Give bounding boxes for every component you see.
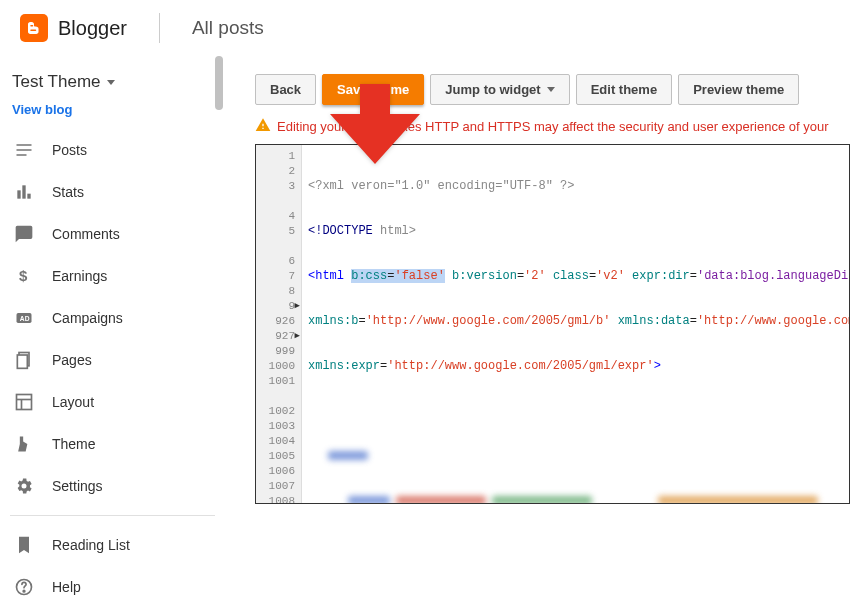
- sidebar-divider: [10, 515, 215, 516]
- svg-rect-0: [17, 190, 20, 198]
- header-separator: [159, 13, 160, 43]
- theme-icon: [12, 432, 36, 456]
- code-token: 'http://www.google.com/: [697, 314, 849, 328]
- sidebar-item-campaigns[interactable]: AD Campaigns: [0, 297, 225, 339]
- settings-icon: [12, 474, 36, 498]
- svg-rect-8: [17, 395, 32, 410]
- svg-text:AD: AD: [20, 315, 30, 322]
- code-token: <!DOCTYPE: [308, 224, 373, 238]
- code-token: xmlns:b: [308, 314, 358, 328]
- blogger-logo-icon: [20, 14, 48, 42]
- jump-to-widget-button[interactable]: Jump to widget: [430, 74, 569, 105]
- warning-icon: [255, 117, 271, 136]
- code-token: expr:dir: [625, 269, 690, 283]
- earnings-icon: $: [12, 264, 36, 288]
- app-header: Blogger All posts: [0, 0, 850, 56]
- back-button[interactable]: Back: [255, 74, 316, 105]
- code-token: on="1.0" encoding="UTF-8" ?>: [373, 179, 575, 193]
- code-token: 'http://www.google.com/2005/gml/expr': [387, 359, 653, 373]
- sidebar-item-reading-list[interactable]: Reading List: [0, 524, 225, 566]
- nav-label: Help: [52, 579, 81, 595]
- sidebar: Test Theme View blog Posts Stats Comment…: [0, 56, 225, 602]
- code-token: class: [546, 269, 589, 283]
- help-icon: [12, 575, 36, 599]
- nav-label: Reading List: [52, 537, 130, 553]
- blog-selector[interactable]: Test Theme: [0, 66, 225, 96]
- nav-label: Pages: [52, 352, 92, 368]
- https-warning: Editing your e so it mixes HTTP and HTTP…: [255, 117, 850, 136]
- sidebar-item-theme[interactable]: Theme: [0, 423, 225, 465]
- nav-label: Campaigns: [52, 310, 123, 326]
- code-token: 'false': [394, 269, 444, 283]
- sidebar-item-settings[interactable]: Settings: [0, 465, 225, 507]
- nav-label: Stats: [52, 184, 84, 200]
- posts-icon: [12, 138, 36, 162]
- comments-icon: [12, 222, 36, 246]
- edit-theme-button[interactable]: Edit theme: [576, 74, 672, 105]
- code-token: html>: [380, 224, 416, 238]
- code-token: >: [654, 359, 661, 373]
- caret-down-icon: [547, 87, 555, 92]
- stats-icon: [12, 180, 36, 204]
- campaigns-icon: AD: [12, 306, 36, 330]
- code-content[interactable]: <?xml veron="1.0" encoding="UTF-8" ?> <!…: [302, 145, 849, 503]
- code-token: <html: [308, 269, 351, 283]
- code-token: xmlns:data: [610, 314, 689, 328]
- code-token: 'data:blog.languageDire: [697, 269, 849, 283]
- preview-theme-button[interactable]: Preview theme: [678, 74, 799, 105]
- sidebar-item-help[interactable]: Help: [0, 566, 225, 602]
- pages-icon: [12, 348, 36, 372]
- app-name: Blogger: [58, 17, 127, 40]
- sidebar-item-comments[interactable]: Comments: [0, 213, 225, 255]
- code-token: 'http://www.google.com/2005/gml/b': [366, 314, 611, 328]
- svg-rect-1: [22, 185, 25, 198]
- svg-rect-7: [17, 355, 27, 368]
- sidebar-item-posts[interactable]: Posts: [0, 129, 225, 171]
- caret-down-icon: [107, 80, 115, 85]
- sidebar-item-layout[interactable]: Layout: [0, 381, 225, 423]
- theme-toolbar: Back Save theme Jump to widget Edit them…: [255, 74, 850, 105]
- nav-label: Layout: [52, 394, 94, 410]
- nav-label: Earnings: [52, 268, 107, 284]
- code-token: <?xml ver: [308, 179, 373, 193]
- nav-label: Settings: [52, 478, 103, 494]
- save-theme-button[interactable]: Save theme: [322, 74, 424, 105]
- reading-list-icon: [12, 533, 36, 557]
- sidebar-scrollbar[interactable]: [215, 56, 223, 110]
- code-token: '2': [524, 269, 546, 283]
- sidebar-item-stats[interactable]: Stats: [0, 171, 225, 213]
- jump-label: Jump to widget: [445, 82, 540, 97]
- layout-icon: [12, 390, 36, 414]
- nav-label: Theme: [52, 436, 96, 452]
- nav-label: Comments: [52, 226, 120, 242]
- main-layout: Test Theme View blog Posts Stats Comment…: [0, 56, 850, 602]
- code-editor[interactable]: 123456789▶926927▶99910001001100210031004…: [255, 144, 850, 504]
- blurred-code: [308, 419, 845, 503]
- page-title: All posts: [192, 17, 264, 39]
- code-token: b:version: [445, 269, 517, 283]
- nav-label: Posts: [52, 142, 87, 158]
- svg-rect-2: [27, 194, 30, 199]
- code-token: 'v2': [596, 269, 625, 283]
- view-blog-link[interactable]: View blog: [0, 102, 225, 129]
- svg-point-12: [23, 590, 25, 592]
- code-token: b:css: [351, 269, 387, 283]
- code-token: xmlns:expr: [308, 359, 380, 373]
- sidebar-item-earnings[interactable]: $ Earnings: [0, 255, 225, 297]
- line-gutter: 123456789▶926927▶99910001001100210031004…: [256, 145, 302, 503]
- content-area: Back Save theme Jump to widget Edit them…: [225, 56, 850, 602]
- sidebar-item-pages[interactable]: Pages: [0, 339, 225, 381]
- svg-text:$: $: [19, 267, 28, 284]
- blog-name: Test Theme: [12, 72, 101, 92]
- warning-text: Editing your e so it mixes HTTP and HTTP…: [277, 119, 829, 134]
